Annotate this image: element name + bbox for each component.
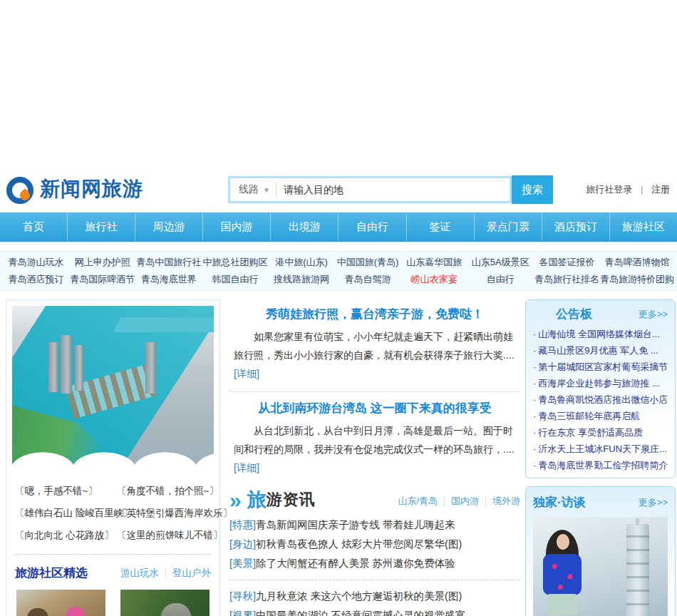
feature-headline-2[interactable]: 从北到南环游台湾岛 这一圈下来真的很享受 xyxy=(229,401,520,416)
nav-item-domestic[interactable]: 国内游 xyxy=(202,212,270,241)
search-input[interactable] xyxy=(277,180,510,200)
logo-text: 新闻网旅游 xyxy=(40,175,143,202)
main-nav: 首页 旅行社 周边游 国内游 出境游 自由行 签证 景点门票 酒店预订 旅游社区 xyxy=(0,212,677,242)
tab-mountain-water[interactable]: 游山玩水 xyxy=(120,567,159,580)
chevron-down-icon: ▼ xyxy=(263,186,270,194)
left-column: 〔嗯，手感不错~〕 〔角度不错，拍个照~〕 〔雄伟白石山 险峻百里峡〕 〔英特堡… xyxy=(6,299,220,616)
quick-link[interactable]: 网上申办护照 xyxy=(69,256,135,269)
quick-link[interactable]: 港中旅(山东) xyxy=(268,256,334,269)
announcement-item[interactable]: ·山海仙境 全国网络媒体烟台... xyxy=(533,326,668,342)
news-item[interactable]: [美景]除了大闸蟹还有醉人美景 苏州邀你免费体验 xyxy=(229,554,520,573)
nav-item-tickets[interactable]: 景点门票 xyxy=(474,212,542,241)
quick-link[interactable]: 自由行 xyxy=(467,273,534,286)
quick-link[interactable]: 青岛游山玩水 xyxy=(3,256,69,269)
announcement-board-title: 公告板 xyxy=(556,306,592,322)
logo-icon xyxy=(6,175,34,203)
community-thumbnails xyxy=(6,588,219,616)
nav-item-outbound[interactable]: 出境游 xyxy=(270,212,338,241)
auth-separator: | xyxy=(641,184,643,195)
announcement-item[interactable]: ·青岛三班邮轮年底再启航 xyxy=(533,408,668,424)
announcement-board-header: 公告板 更多>> xyxy=(533,306,668,322)
quick-link[interactable]: 各国签证报价 xyxy=(534,256,600,269)
caption-link[interactable]: 〔这里的煎饼味儿不错〕 xyxy=(117,529,223,542)
news-item[interactable]: [特惠]青岛新闻网国庆亲子游专线 带着娃儿嗨起来 xyxy=(229,515,520,535)
search-button[interactable]: 搜索 xyxy=(512,175,553,204)
quick-link[interactable]: 山东5A级景区 xyxy=(467,256,534,269)
nav-item-nearby[interactable]: 周边游 xyxy=(135,212,202,241)
announcement-item[interactable]: ·青岛海底世界勤工俭学招聘简介 xyxy=(533,457,668,473)
nav-item-independent[interactable]: 自由行 xyxy=(338,212,405,241)
interview-panel-header: 独家·访谈 更多>> xyxy=(533,494,668,510)
double-arrow-icon: » xyxy=(229,491,242,510)
announcement-item[interactable]: ·青岛鲁商凯悦酒店推出微信小店 xyxy=(533,391,668,408)
community-thumbnail-archway[interactable] xyxy=(16,590,105,616)
site-header: 新闻网旅游 线路 ▼ 搜索 旅行社登录 | 注册 xyxy=(0,168,677,212)
detail-link[interactable]: [详细] xyxy=(234,462,259,473)
interview-more-link[interactable]: 更多>> xyxy=(639,496,668,509)
nav-item-hotel[interactable]: 酒店预订 xyxy=(542,212,609,241)
nav-item-home[interactable]: 首页 xyxy=(0,212,67,241)
agency-login-link[interactable]: 旅行社登录 xyxy=(586,184,632,195)
tab-overseas[interactable]: 境外游 xyxy=(492,495,520,508)
photo-tower xyxy=(61,335,72,394)
photo-tower xyxy=(48,342,58,392)
photo-tower-model xyxy=(626,524,649,616)
tab-domestic[interactable]: 国内游 xyxy=(451,495,479,508)
quick-link[interactable]: 青岛自驾游 xyxy=(335,273,401,286)
site-logo[interactable]: 新闻网旅游 xyxy=(6,175,143,203)
news-item[interactable]: [身边]初秋青岛夜色撩人 炫彩大片带您阅尽繁华(图) xyxy=(229,535,520,554)
quick-link[interactable]: 青岛旅游特价团购 xyxy=(600,273,674,286)
center-column: 秀萌娃旅行照，赢台湾亲子游，免费哒！ 如果您家里有位萌宝，小小年纪就走遍天下，赶… xyxy=(229,299,520,616)
featured-photo-qingdao-coast[interactable] xyxy=(12,306,214,470)
caption-link[interactable]: 〔嗯，手感不错~〕 xyxy=(15,485,117,498)
quick-link[interactable]: 中国国旅(青岛) xyxy=(335,256,401,269)
community-tabs: 游山玩水 登山户外 xyxy=(120,567,211,580)
news-list: [特惠]青岛新闻网国庆亲子游专线 带着娃儿嗨起来 [身边]初秋青岛夜色撩人 炫彩… xyxy=(229,515,520,616)
quick-link[interactable]: 青岛旅行社排名 xyxy=(534,273,600,286)
interview-panel-title: 独家·访谈 xyxy=(533,494,586,510)
right-column: 公告板 更多>> ·山海仙境 全国网络媒体烟台... ·藏马山景区9月优惠 军人… xyxy=(525,299,676,616)
search-category-dropdown[interactable]: 线路 ▼ xyxy=(230,182,277,197)
quick-link[interactable]: 青岛中国旅行社 xyxy=(135,256,202,269)
community-thumbnail-cat[interactable] xyxy=(120,590,210,616)
announcement-item[interactable]: ·第十届城阳区宫家村葡萄采摘节 xyxy=(533,359,668,375)
news-tabs: 山东/青岛 国内游 境外游 xyxy=(398,495,520,510)
quick-link-highlighted[interactable]: 崂山农家宴 xyxy=(401,273,467,286)
news-item[interactable]: [视界]中国最美的湖泊 不经意间震撼心灵的视觉盛宴 xyxy=(229,606,520,616)
news-item[interactable]: [寻秋]九月秋意浓 来这六个地方邂逅初秋的美景(图) xyxy=(229,587,520,606)
quick-link[interactable]: 山东嘉华国旅 xyxy=(401,256,467,269)
feature-summary-2: 从台北到新北，从台中到日月潭，高雄是最后一站。囿于时间和行程的局限，我并没有仓促… xyxy=(234,421,516,477)
announcement-item[interactable]: ·西海岸企业赴韩参与旅游推 ... xyxy=(533,375,668,391)
quick-link[interactable]: 青岛国际啤酒节 xyxy=(69,273,135,286)
quick-link[interactable]: 中旅总社团购区 xyxy=(202,256,268,269)
interview-photo-taipei101-model[interactable] xyxy=(533,517,668,616)
community-section-header: 旅游社区精选 游山玩水 登山户外 xyxy=(6,555,219,588)
quick-link[interactable]: 青岛酒店预订 xyxy=(3,273,69,286)
caption-link[interactable]: 〔向北向北 心花路放〕 xyxy=(15,529,117,542)
tab-divider xyxy=(444,497,445,506)
community-section-title: 旅游社区精选 xyxy=(15,565,88,581)
photo-bay-area xyxy=(113,317,214,332)
detail-link[interactable]: [详细] xyxy=(234,368,259,379)
tab-shandong-qingdao[interactable]: 山东/青岛 xyxy=(398,495,438,508)
announcement-item[interactable]: ·行在东京 享受舒适高品质 xyxy=(533,424,668,441)
announcement-item[interactable]: ·藏马山景区9月优惠 军人免 ... xyxy=(533,342,668,359)
register-link[interactable]: 注册 xyxy=(651,184,670,195)
tab-divider xyxy=(485,497,486,506)
caption-link[interactable]: 〔雄伟白石山 险峻百里峡〕 xyxy=(15,507,117,520)
announcement-item[interactable]: ·沂水天上王城冰FUN天下泉庄... xyxy=(533,441,668,457)
caption-link[interactable]: 〔英特堡引爆西海岸欢乐〕 xyxy=(117,507,232,520)
quick-links-bar: 青岛游山玩水 网上申办护照 青岛中国旅行社 中旅总社团购区 港中旅(山东) 中国… xyxy=(0,251,677,291)
quick-link[interactable]: 韩国自由行 xyxy=(202,273,268,286)
quick-link[interactable]: 搜线路旅游网 xyxy=(268,273,334,286)
nav-item-agency[interactable]: 旅行社 xyxy=(67,212,135,241)
board-more-link[interactable]: 更多>> xyxy=(639,308,668,321)
feature-headline-1[interactable]: 秀萌娃旅行照，赢台湾亲子游，免费哒！ xyxy=(229,307,520,322)
tab-hiking-outdoor[interactable]: 登山户外 xyxy=(172,567,211,580)
nav-item-community[interactable]: 旅游社区 xyxy=(609,212,677,241)
caption-link[interactable]: 〔角度不错，拍个照~〕 xyxy=(117,485,219,498)
quick-link[interactable]: 青岛海底世界 xyxy=(135,273,202,286)
nav-item-visa[interactable]: 签证 xyxy=(406,212,474,241)
quick-link[interactable]: 青岛啤酒博物馆 xyxy=(600,256,674,269)
photo-person-face xyxy=(557,534,569,550)
